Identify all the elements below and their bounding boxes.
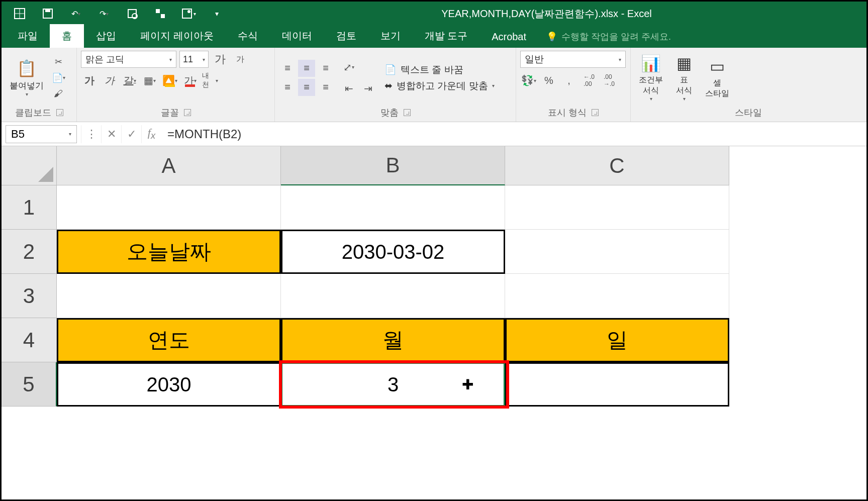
cell-B2[interactable]: 2030-03-02 — [281, 230, 505, 274]
window-title: YEAR,MONTH,DAY(날짜관련함수).xlsx - Excel — [231, 7, 862, 21]
tab-acrobat[interactable]: Acrobat — [479, 26, 538, 48]
align-right-button[interactable]: ≡ — [317, 79, 334, 96]
row-header-1[interactable]: 1 — [2, 185, 57, 230]
font-launcher[interactable] — [184, 109, 191, 116]
table-icon: ▦ — [677, 54, 692, 73]
number-launcher[interactable] — [592, 109, 599, 116]
percent-button[interactable]: % — [540, 72, 557, 89]
undo-icon[interactable]: ↶ ▾ — [67, 5, 85, 23]
cell-A1[interactable] — [57, 185, 281, 230]
tab-insert[interactable]: 삽입 — [84, 24, 128, 48]
outdent-button[interactable]: ⇤ — [340, 80, 357, 97]
cell-C5[interactable] — [505, 362, 729, 407]
italic-button[interactable]: 가 — [101, 72, 118, 89]
col-header-B[interactable]: B — [281, 146, 505, 185]
cell-A3[interactable] — [57, 274, 281, 318]
cell-C4[interactable]: 일 — [505, 318, 729, 362]
tab-data[interactable]: 데이터 — [270, 24, 324, 48]
col-header-C[interactable]: C — [505, 146, 729, 185]
copy-button[interactable]: 📄▾ — [51, 71, 66, 84]
align-left-button[interactable]: ≡ — [279, 79, 296, 96]
underline-button[interactable]: 갈▾ — [121, 72, 138, 89]
wrap-icon: 📄 — [384, 64, 397, 75]
cursor-icon: ✚ — [462, 376, 473, 393]
cell-B3[interactable] — [281, 274, 505, 318]
indent-button[interactable]: ⇥ — [359, 80, 376, 97]
increase-decimal-button[interactable]: ←.0.00 — [581, 72, 598, 89]
cancel-formula-button[interactable]: ✕ — [101, 125, 121, 143]
font-size-combo[interactable]: 11▾ — [179, 51, 209, 68]
decrease-font-button[interactable]: 가 — [232, 51, 249, 68]
save-icon[interactable] — [39, 5, 57, 23]
cell-C2[interactable] — [505, 230, 729, 274]
row-header-3[interactable]: 3 — [2, 274, 57, 318]
qat-icon-1[interactable] — [151, 5, 169, 23]
formula-options-button[interactable]: ⋮ — [81, 125, 101, 143]
cell-C3[interactable] — [505, 274, 729, 318]
table-format-button[interactable]: ▦ 표 서식▾ — [672, 52, 696, 104]
increase-font-button[interactable]: 가 — [212, 51, 229, 68]
svg-rect-9 — [182, 9, 191, 18]
font-name-combo[interactable]: 맑은 고딕▾ — [81, 51, 176, 68]
fill-color-button[interactable]: 🔼▾ — [161, 72, 178, 89]
fx-button[interactable]: fx — [141, 125, 161, 143]
orientation-button[interactable]: ⤢▾ — [340, 59, 357, 76]
tell-me-text: 수행할 작업을 알려 주세요. — [561, 31, 671, 43]
align-middle-button[interactable]: ≡ — [298, 60, 315, 77]
align-top-button[interactable]: ≡ — [279, 60, 296, 77]
paste-button[interactable]: 📋 붙여넣기 ▾ — [6, 57, 48, 99]
border-button[interactable]: ▦▾ — [141, 72, 158, 89]
merge-center-button[interactable]: ⬌ 병합하고 가운데 맞춤 ▾ — [384, 79, 495, 92]
qat-icon-2[interactable]: ▾ — [179, 5, 198, 23]
alignment-grid: ≡ ≡ ≡ ≡ ≡ ≡ — [279, 60, 334, 96]
comma-button[interactable]: , — [560, 72, 577, 89]
tab-formulas[interactable]: 수식 — [226, 24, 270, 48]
row-header-5[interactable]: 5 — [2, 362, 57, 407]
ribbon-group-alignment: ≡ ≡ ≡ ≡ ≡ ≡ ⤢▾ ⇤ ⇥ 📄 텍스트 줄 바꿈 — [275, 48, 516, 122]
formula-input[interactable]: =MONTH(B2) — [161, 125, 866, 143]
align-center-button[interactable]: ≡ — [298, 79, 315, 96]
bold-button[interactable]: 가 — [81, 72, 98, 89]
number-format-combo[interactable]: 일반▾ — [520, 51, 626, 68]
cell-B1[interactable] — [281, 185, 505, 230]
row-header-4[interactable]: 4 — [2, 318, 57, 362]
qat-customize-icon[interactable]: ▾ — [208, 5, 226, 23]
cell-A4[interactable]: 연도 — [57, 318, 281, 362]
tab-review[interactable]: 검토 — [324, 24, 368, 48]
col-header-A[interactable]: A — [57, 146, 281, 185]
alignment-launcher[interactable] — [404, 109, 411, 116]
cell-C1[interactable] — [505, 185, 729, 230]
app-icon[interactable] — [11, 5, 29, 23]
redo-icon[interactable]: ↷ ▾ — [95, 5, 113, 23]
tab-file[interactable]: 파일 — [6, 24, 50, 48]
clipboard-launcher[interactable] — [56, 109, 63, 116]
accept-formula-button[interactable]: ✓ — [121, 125, 141, 143]
tab-developer[interactable]: 개발 도구 — [413, 24, 480, 48]
cell-B5[interactable]: 3 ✚ — [281, 362, 505, 407]
cell-B4[interactable]: 월 — [281, 318, 505, 362]
name-box[interactable]: B5▾ — [6, 125, 77, 143]
svg-point-10 — [187, 10, 190, 13]
tab-page-layout[interactable]: 페이지 레이아웃 — [128, 24, 226, 48]
print-preview-icon[interactable] — [123, 5, 141, 23]
font-color-button[interactable]: 가▾ — [181, 72, 199, 89]
tab-view[interactable]: 보기 — [368, 24, 413, 48]
format-painter-button[interactable]: 🖌 — [51, 87, 66, 101]
tab-home[interactable]: 홈 — [50, 24, 84, 48]
wrap-text-button[interactable]: 📄 텍스트 줄 바꿈 — [384, 63, 495, 76]
conditional-icon: 📊 — [641, 54, 661, 73]
ribbon-group-clipboard: 📋 붙여넣기 ▾ ✂ 📄▾ 🖌 클립보드 — [2, 48, 77, 122]
select-all-corner[interactable] — [2, 146, 57, 185]
currency-button[interactable]: 💱▾ — [520, 72, 537, 89]
tell-me-box[interactable]: 💡 수행할 작업을 알려 주세요. — [538, 26, 679, 48]
cell-styles-icon: ▭ — [710, 57, 725, 76]
cell-A5[interactable]: 2030 — [57, 362, 281, 407]
cell-A2[interactable]: 오늘날짜 — [57, 230, 281, 274]
decrease-decimal-button[interactable]: .00→.0 — [601, 72, 618, 89]
conditional-formatting-button[interactable]: 📊 조건부 서식▾ — [635, 52, 667, 104]
cell-styles-button[interactable]: ▭ 셀 스타일 — [701, 55, 733, 101]
row-header-2[interactable]: 2 — [2, 230, 57, 274]
cut-button[interactable]: ✂ — [51, 55, 66, 68]
align-bottom-button[interactable]: ≡ — [317, 60, 334, 77]
hanja-button[interactable]: 내천▾ — [202, 72, 219, 89]
